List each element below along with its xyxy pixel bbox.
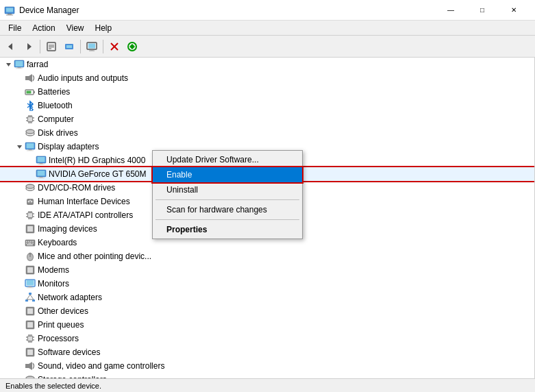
expand-icon-mice[interactable] [14,251,25,262]
tree-item-printq[interactable]: Print queues [0,318,534,332]
expand-icon-batteries[interactable] [14,86,25,97]
menu-file[interactable]: File [3,22,27,34]
ctx-item-properties[interactable]: Properties [153,222,302,237]
svg-marker-4 [8,43,12,50]
svg-rect-22 [16,61,23,66]
window-controls: — □ ✕ [435,0,530,21]
svg-marker-5 [27,43,32,50]
svg-rect-29 [27,91,32,94]
tree-item-mice[interactable]: Mice and other pointing devic... [0,249,534,263]
expand-icon-imaging[interactable] [14,223,25,234]
expand-icon-bluetooth[interactable] [14,100,25,111]
toolbar-update[interactable] [61,38,77,55]
item-label-intel_hd: Intel(R) HD Graphics 4000 [49,156,145,165]
svg-rect-60 [38,171,45,176]
tree-item-modems[interactable]: Modems [0,263,534,277]
expand-icon-sound[interactable] [14,360,25,371]
item-label-monitors: Monitors [38,279,69,289]
expand-icon-monitors[interactable] [14,278,25,289]
expand-icon-diskdrives[interactable] [14,127,25,138]
minimize-button[interactable]: — [435,0,466,21]
expand-icon-nvidia[interactable] [25,169,36,180]
expand-icon-printq[interactable] [14,319,25,330]
tree-item-storage[interactable]: Storage controllers [0,373,534,378]
item-icon-intel_hd [36,155,47,166]
expand-icon-modems[interactable] [14,265,25,275]
tree-item-sound[interactable]: Sound, video and game controllers [0,359,534,373]
toolbar-back[interactable] [3,38,19,55]
svg-rect-71 [28,213,32,217]
svg-rect-90 [28,243,32,244]
svg-rect-83 [27,226,33,232]
menu-view[interactable]: View [61,22,90,34]
ctx-item-scan-for-hardware-changes[interactable]: Scan for hardware changes [153,202,302,217]
svg-rect-11 [66,45,72,48]
expand-icon-software[interactable] [14,347,25,358]
ctx-item-update-driver-software---[interactable]: Update Driver Software... [153,152,302,167]
tree-item-diskdrives[interactable]: Disk drives [0,126,534,140]
expand-icon-network[interactable] [14,292,25,303]
expand-icon-other[interactable] [14,306,25,317]
svg-rect-89 [26,243,27,244]
expand-icon-storage[interactable] [14,374,25,378]
item-icon-hid [25,196,36,207]
ctx-item-uninstall[interactable]: Uninstall [153,182,302,197]
tree-item-software[interactable]: Software devices [0,345,534,359]
item-label-dvd: DVD/CD-ROM drives [38,183,115,193]
item-label-bluetooth: Bluetooth [38,101,73,110]
expand-icon-processors[interactable] [14,333,25,344]
item-icon-processors [25,333,36,344]
toolbar-monitor[interactable] [84,38,100,55]
expand-icon-keyboards[interactable] [14,237,25,248]
svg-rect-57 [40,163,43,164]
menu-action[interactable]: Action [27,22,60,34]
item-icon-dvd [25,182,36,193]
item-label-audio: Audio inputs and outputs [38,73,128,83]
window-title: Device Manager [19,5,79,15]
expand-icon-computer[interactable] [14,114,25,125]
svg-rect-1 [6,8,13,12]
ctx-separator [155,199,299,200]
expand-icon-root[interactable] [3,59,14,70]
context-menu: Update Driver Software...EnableUninstall… [152,150,303,239]
maximize-button[interactable]: □ [466,0,498,21]
item-icon-displayadapters [25,141,36,152]
toolbar-uninstall[interactable] [106,38,123,55]
menu-help[interactable]: Help [90,22,118,34]
item-icon-root [14,59,25,70]
item-icon-other [25,306,36,317]
svg-rect-13 [88,43,95,48]
expand-icon-hid[interactable] [14,196,25,207]
tree-item-audio[interactable]: Audio inputs and outputs [0,71,534,85]
tree-item-processors[interactable]: Processors [0,332,534,345]
expand-icon-intel_hd[interactable] [25,155,36,166]
svg-rect-87 [30,241,32,243]
close-button[interactable]: ✕ [498,0,530,21]
ctx-item-enable[interactable]: Enable [153,167,302,182]
item-icon-software [25,347,36,358]
tree-item-monitors[interactable]: Monitors [0,277,534,291]
expand-icon-dvd[interactable] [14,182,25,193]
toolbar-scan[interactable] [124,38,140,55]
svg-rect-103 [29,293,32,295]
expand-icon-displayadapters[interactable] [14,141,25,152]
item-label-batteries: Batteries [38,87,70,97]
toolbar-properties[interactable] [43,38,60,55]
item-icon-sound [25,360,36,371]
tree-item-computer[interactable]: Computer [0,112,534,126]
svg-marker-26 [29,74,32,82]
item-label-ide: IDE ATA/ATAPI controllers [38,210,133,220]
tree-item-other[interactable]: Other devices [0,304,534,318]
item-label-hid: Human Interface Devices [38,197,130,206]
item-icon-modems [25,265,36,275]
tree-item-batteries[interactable]: Batteries [0,85,534,99]
tree-item-root[interactable]: farrad [0,58,534,71]
svg-point-67 [28,201,30,203]
toolbar-forward[interactable] [21,38,37,55]
tree-item-bluetooth[interactable]: Bluetooth [0,99,534,112]
expand-icon-audio[interactable] [14,73,25,84]
item-icon-monitors [25,278,36,289]
expand-icon-ide[interactable] [14,210,25,221]
svg-point-49 [26,130,34,134]
tree-item-network[interactable]: Network adapters [0,291,534,304]
